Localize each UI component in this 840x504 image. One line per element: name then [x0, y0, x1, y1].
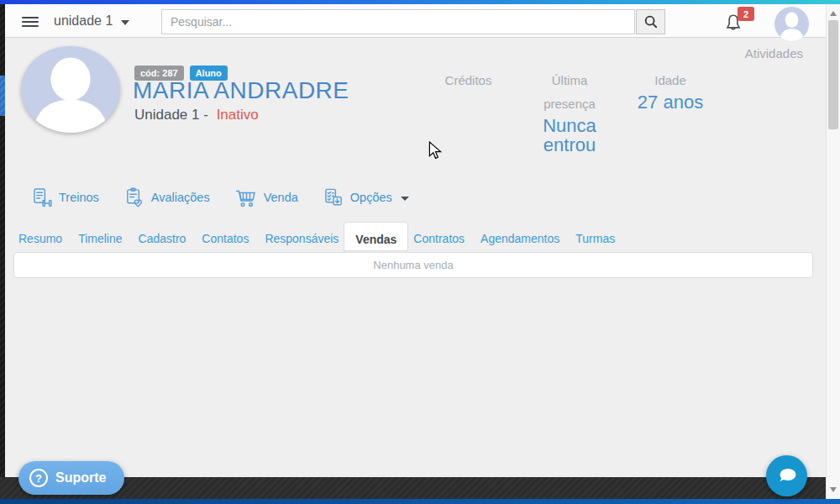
collapsed-sidebar[interactable] — [0, 4, 5, 499]
chat-button[interactable] — [766, 455, 807, 496]
page-title-student-name: MARIA ANDRADRE — [133, 77, 349, 104]
mouse-cursor — [427, 141, 444, 160]
clipboard-heart-icon — [124, 186, 145, 208]
scrollbar-up-arrow[interactable] — [830, 11, 837, 16]
scrollbar-thumb[interactable] — [828, 20, 838, 129]
hamburger-icon[interactable] — [22, 14, 39, 28]
bottom-accent-strip — [0, 499, 840, 504]
status-badge: Inativo — [217, 107, 259, 123]
avaliacoes-button[interactable]: Avaliações — [124, 186, 210, 208]
action-label: Opções — [350, 191, 392, 204]
tab-turmas[interactable]: Turmas — [575, 222, 615, 250]
tab-cadastro[interactable]: Cadastro — [139, 222, 186, 250]
unit-selector-label: unidade 1 — [54, 13, 113, 29]
stat-label: Idade — [628, 69, 712, 92]
opcoes-dropdown-button[interactable]: Opções — [323, 186, 409, 208]
person-silhouette-icon — [21, 46, 120, 133]
tab-vendas[interactable]: Vendas — [344, 222, 408, 251]
stat-age: Idade 27 anos — [628, 69, 712, 112]
clipboard-dumbbell-icon — [32, 186, 53, 208]
stat-label: Créditos — [424, 69, 512, 92]
magnifier-icon — [643, 14, 659, 29]
cart-icon — [235, 187, 258, 208]
notifications-button[interactable]: 2 — [722, 12, 748, 37]
tab-responsaveis[interactable]: Responsáveis — [265, 222, 339, 250]
tab-contratos[interactable]: Contratos — [413, 222, 465, 250]
chevron-down-icon — [401, 197, 409, 201]
person-silhouette-icon — [774, 7, 809, 41]
checklist-icon — [323, 186, 344, 208]
student-photo[interactable] — [21, 46, 120, 133]
stat-label: Última presença — [532, 69, 607, 116]
stat-value: 27 anos — [628, 92, 712, 112]
search-input[interactable] — [161, 9, 635, 34]
action-label: Venda — [264, 191, 298, 204]
support-button-label: Suporte — [55, 470, 106, 486]
empty-state-message: Nenhuma venda — [373, 259, 453, 271]
chevron-down-icon — [121, 20, 129, 25]
tab-resumo[interactable]: Resumo — [18, 222, 62, 250]
action-toolbar: Treinos Avaliações Venda — [32, 186, 409, 208]
sales-empty-panel: Nenhuma venda — [13, 252, 813, 278]
stat-last-presence: Última presença Nunca entrou — [532, 69, 607, 155]
action-label: Treinos — [59, 191, 99, 204]
scrollbar-down-arrow[interactable] — [830, 487, 837, 492]
support-button[interactable]: ? Suporte — [18, 461, 124, 495]
app-window: unidade 1 2 — [0, 0, 840, 504]
profile-tabs: Resumo Timeline Cadastro Contatos Respon… — [18, 222, 615, 251]
tab-contatos[interactable]: Contatos — [202, 222, 249, 250]
unit-name: Unidade 1 - — [134, 107, 208, 123]
stat-value: Nunca entrou — [532, 116, 607, 155]
unit-status-line: Unidade 1 - Inativo — [134, 107, 259, 123]
tab-timeline[interactable]: Timeline — [78, 222, 122, 250]
vertical-scrollbar[interactable] — [826, 4, 840, 499]
action-label: Avaliações — [151, 191, 210, 204]
tab-agendamentos[interactable]: Agendamentos — [480, 222, 559, 250]
treinos-button[interactable]: Treinos — [32, 186, 99, 208]
top-navbar: unidade 1 2 — [5, 4, 826, 38]
notification-count-badge: 2 — [738, 7, 754, 21]
unit-selector[interactable]: unidade 1 — [54, 11, 129, 31]
search-button[interactable] — [636, 9, 665, 34]
activities-link[interactable]: Atividades — [745, 46, 803, 60]
sidebar-active-indicator — [0, 76, 5, 116]
question-mark-icon: ? — [29, 469, 48, 487]
speech-bubble-icon — [776, 467, 798, 486]
stat-credits: Créditos — [424, 69, 512, 92]
search-bar — [161, 9, 665, 34]
venda-button[interactable]: Venda — [235, 186, 298, 208]
user-avatar[interactable] — [774, 7, 809, 41]
